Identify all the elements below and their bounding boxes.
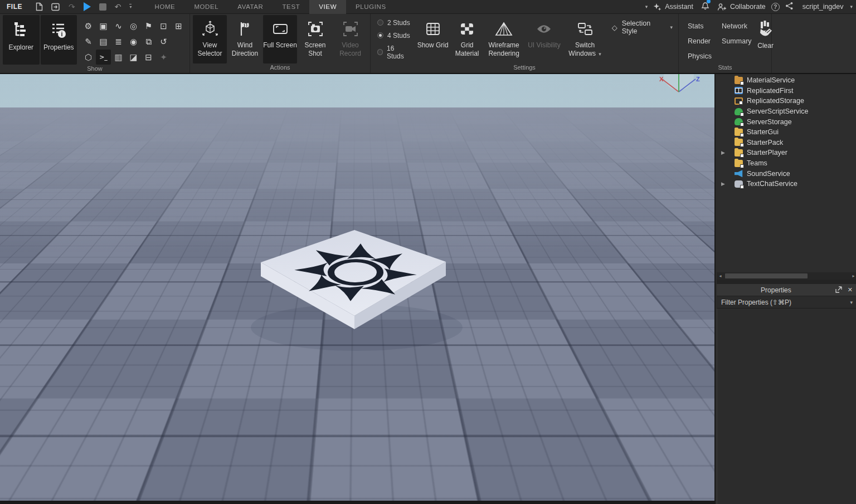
asset-preview-icon[interactable]: ◪	[126, 50, 141, 65]
network-toggle[interactable]: Network	[722, 18, 751, 33]
explorer-tree: MaterialService ReplicatedFirst Replicat…	[716, 74, 856, 270]
undo-icon[interactable]: ↶	[115, 2, 121, 11]
assistant-tool-icon[interactable]: ✦	[156, 50, 171, 65]
assistant-button[interactable]: Assistant	[653, 3, 693, 11]
tree-item-sound-service[interactable]: SoundService	[716, 168, 856, 179]
performance-icon[interactable]: ∿	[111, 18, 126, 33]
tab-test[interactable]: TEST	[273, 0, 310, 14]
ribbon-tabs: HOME MODEL AVATAR TEST VIEW PLUGINS	[145, 0, 395, 14]
group-label-show: Show	[0, 65, 189, 73]
collapse-ribbon-icon[interactable]: ▾	[645, 4, 648, 9]
ribbon-group-show: Explorer i Properties ⚙ ▣ ∿ ◎ ⚑ ⊡ ⊞	[0, 14, 190, 73]
view-axis-indicator[interactable]: X Z	[655, 74, 702, 96]
file-menu[interactable]: FILE	[0, 3, 30, 11]
breakpoints-icon[interactable]: ◉	[126, 34, 141, 49]
user-menu-chevron-icon[interactable]: ▾	[850, 4, 853, 9]
toolbox-icon[interactable]: ⊡	[156, 18, 171, 33]
tree-item-material-service[interactable]: MaterialService	[716, 75, 856, 86]
script-recovery-icon[interactable]: ⊟	[141, 50, 156, 65]
tag-editor-icon[interactable]: ⚑	[141, 18, 156, 33]
play-icon[interactable]	[84, 2, 91, 11]
3d-viewport[interactable]: X Z	[0, 74, 714, 504]
close-panel-icon[interactable]: ✕	[848, 286, 853, 293]
full-screen-button[interactable]: Full Screen	[263, 15, 297, 63]
render-toggle[interactable]: Render	[688, 33, 712, 48]
properties-filter-input[interactable]: Filter Properties (⇧⌘P) ▾	[717, 296, 856, 309]
tab-plugins[interactable]: PLUGINS	[346, 0, 396, 14]
tab-groups-icon[interactable]: ⧉	[141, 34, 156, 49]
expand-arrow-icon[interactable]: ▶	[721, 181, 725, 187]
new-window-icon[interactable]: ⊞	[171, 18, 186, 33]
explorer-button[interactable]: Explorer	[3, 15, 40, 65]
explorer-horizontal-scrollbar[interactable]: ◂ ▸	[717, 272, 856, 280]
summary-toggle[interactable]: Summary	[722, 33, 751, 48]
username[interactable]: script_ingdev	[802, 3, 844, 11]
tree-item-starter-pack[interactable]: StarterPack	[716, 138, 856, 148]
tree-item-server-storage[interactable]: ServerStorage	[716, 116, 856, 127]
tab-model[interactable]: MODEL	[184, 0, 228, 14]
video-record-button[interactable]: Video Record	[333, 15, 367, 63]
scroll-right-icon[interactable]: ▸	[850, 273, 856, 278]
switch-windows-arrow-icon: ▾	[599, 51, 601, 57]
tree-item-text-chat-service[interactable]: ▶ TextChatService	[716, 179, 856, 189]
tree-item-starter-gui[interactable]: StarterGui	[716, 127, 856, 138]
new-file-icon[interactable]	[36, 2, 43, 11]
script-performance-icon[interactable]: ▤	[96, 34, 111, 49]
grid-material-button[interactable]: Grid Material	[450, 15, 483, 63]
wireframe-rendering-button[interactable]: Wireframe Rendering	[485, 15, 523, 63]
find-all-icon[interactable]: ◎	[126, 18, 141, 33]
tab-home[interactable]: HOME	[145, 0, 184, 14]
studs-option-4[interactable]: 4 Studs	[377, 32, 410, 40]
ribbon-group-actions: View Selector Wind Direction Full Screen	[190, 14, 371, 73]
tree-item-teams[interactable]: Teams	[716, 158, 856, 169]
studs-option-2[interactable]: 2 Studs	[377, 19, 410, 27]
notification-dot	[707, 0, 711, 3]
physics-toggle[interactable]: Physics	[688, 48, 712, 63]
show-grid-button[interactable]: Show Grid	[416, 15, 449, 63]
tree-item-replicated-storage[interactable]: ReplicatedStorage	[716, 96, 856, 106]
tree-item-starter-player[interactable]: ▶ StarterPlayer	[716, 148, 856, 158]
share-icon[interactable]	[785, 2, 794, 12]
filter-dropdown-icon[interactable]: ▾	[850, 300, 853, 305]
undock-panel-icon[interactable]	[835, 285, 842, 295]
view-selector-button[interactable]: View Selector	[193, 15, 227, 63]
studs-option-16[interactable]: 16 Studs	[377, 45, 410, 60]
expand-arrow-icon[interactable]: ▶	[721, 150, 725, 155]
ui-visibility-button[interactable]: UI Visibility	[524, 15, 564, 63]
notifications-bell-icon[interactable]	[701, 1, 709, 12]
tab-view[interactable]: VIEW	[309, 0, 346, 14]
stats-toggle[interactable]: Stats	[688, 18, 712, 33]
wind-direction-button[interactable]: Wind Direction	[228, 15, 262, 63]
terminal-icon[interactable]: >_	[96, 50, 111, 65]
starter-player-icon	[735, 149, 743, 156]
stop-icon[interactable]	[99, 3, 106, 11]
redo-icon[interactable]: ↷	[69, 2, 75, 11]
object-browser-icon[interactable]: ⬡	[81, 50, 96, 65]
x-axis-label: X	[659, 76, 664, 82]
properties-button[interactable]: i Properties	[41, 15, 77, 65]
collaborate-button[interactable]: Collaborate	[717, 3, 766, 11]
customize-quick-access-icon[interactable]: ▾	[129, 4, 132, 9]
output-icon[interactable]: ▣	[96, 18, 111, 33]
tree-item-server-script-service[interactable]: ServerScriptService	[716, 106, 856, 117]
command-bar-icon[interactable]: ✎	[81, 34, 96, 49]
radio-selected-icon	[377, 32, 383, 38]
scrollbar-thumb[interactable]	[725, 273, 808, 278]
selection-style-control[interactable]: ◇ Selection Style ▾	[605, 15, 676, 63]
screen-shot-button[interactable]: Screen Shot	[298, 15, 332, 63]
starter-gui-icon	[735, 129, 743, 136]
switch-windows-button[interactable]: Switch Windows ▾	[565, 15, 604, 63]
view-selector-cube-icon	[202, 21, 218, 37]
open-file-icon[interactable]	[51, 3, 60, 11]
group-label-actions: Actions	[190, 63, 370, 73]
scroll-left-icon[interactable]: ◂	[717, 273, 724, 278]
tree-item-replicated-first[interactable]: ReplicatedFirst	[716, 86, 856, 96]
help-icon[interactable]: ?	[771, 3, 780, 11]
asset-manager-icon[interactable]: ⚙	[81, 18, 96, 33]
task-scheduler-icon[interactable]: ≣	[111, 34, 126, 49]
teams-icon	[735, 160, 743, 167]
stats-window-icon[interactable]: ▥	[111, 50, 126, 65]
history-icon[interactable]: ↺	[156, 34, 171, 49]
diamond-icon: ◇	[612, 23, 617, 32]
tab-avatar[interactable]: AVATAR	[228, 0, 273, 14]
